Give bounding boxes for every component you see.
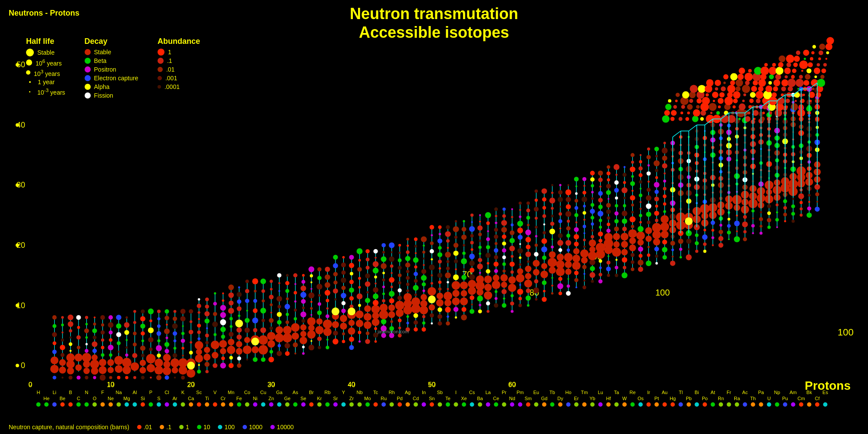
neutron-capture-label: Neutron capture, natural composition (ba…: [9, 424, 129, 431]
nc-1000-dot: [243, 425, 247, 429]
abundance-01-dot: [158, 58, 164, 64]
half-life-1em3: 10-3 years: [26, 87, 65, 96]
half-life-legend: Half life Stable 106 years 103 years 1 y…: [26, 37, 65, 98]
x-axis-label: Protons: [805, 379, 851, 393]
nc-1-dot: [179, 425, 184, 429]
decay-fission-dot: [85, 92, 91, 99]
abundance-01: .1: [158, 57, 200, 64]
neutron-capture-legend: Neutron capture, natural composition (ba…: [9, 424, 294, 431]
half-life-stable: Stable: [26, 49, 65, 56]
half-life-title: Half life: [26, 37, 65, 46]
nc-1: 1: [179, 424, 189, 431]
1e6-dot: [26, 59, 32, 66]
nc-10: 10: [197, 424, 210, 431]
decay-positron-dot: [85, 66, 91, 72]
watermark: jaytmaron.com: [378, 329, 409, 334]
half-life-1e3: 103 years: [26, 69, 65, 77]
legend-area: Half life Stable 106 years 103 years 1 y…: [26, 37, 217, 101]
decay-beta: Beta: [85, 57, 138, 64]
abundance-00001: .0001: [158, 83, 200, 90]
nc-001: .01: [137, 424, 152, 431]
decay-beta-dot: [85, 58, 91, 64]
abundance-title: Abundance: [158, 37, 200, 46]
nc-1000: 1000: [243, 424, 263, 431]
abundance-001-dot: [158, 67, 163, 72]
abundance-00001-dot: [158, 85, 161, 89]
decay-stable-dot: [85, 49, 91, 55]
decay-alpha: Alpha: [85, 83, 138, 90]
abundance-0001: .001: [158, 75, 200, 82]
nc-10000: 10000: [270, 424, 294, 431]
nc-01: .1: [160, 424, 171, 431]
nc-01-dot: [160, 425, 164, 429]
1em3-dot: [29, 91, 30, 92]
stable-dot: [26, 49, 34, 56]
abundance-1: 1: [158, 49, 200, 56]
decay-alpha-dot: [85, 84, 91, 90]
nc-001-dot: [137, 425, 141, 429]
half-life-1yr: 1 year: [26, 79, 65, 85]
abundance-001: .01: [158, 66, 200, 73]
abundance-0001-dot: [158, 76, 162, 80]
half-life-1e6: 106 years: [26, 58, 65, 67]
decay-fission: Fission: [85, 92, 138, 99]
decay-ec: Electron capture: [85, 75, 138, 82]
nc-100-dot: [218, 425, 222, 429]
abundance-legend: Abundance 1 .1 .01 .001 .0001: [158, 37, 200, 92]
decay-title: Decay: [85, 37, 138, 46]
decay-ec-dot: [85, 75, 91, 81]
1e3-dot: [26, 70, 30, 75]
1yr-dot: [29, 81, 31, 83]
nc-10000-dot: [270, 425, 275, 429]
abundance-1-dot: [158, 49, 164, 56]
decay-legend: Decay Stable Beta Positron Electron capt…: [85, 37, 138, 101]
nc-100: 100: [218, 424, 234, 431]
decay-stable: Stable: [85, 49, 138, 56]
nc-10-dot: [197, 425, 201, 429]
decay-positron: Positron: [85, 66, 138, 73]
